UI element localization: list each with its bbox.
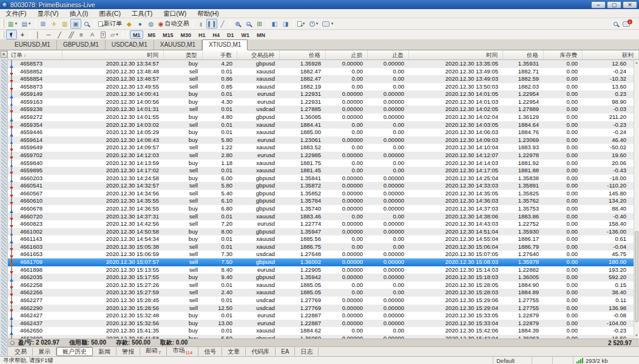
market-watch-button[interactable]: ⊞ — [38, 19, 49, 29]
timeframe-button[interactable]: H1 — [195, 30, 209, 39]
chart-tab[interactable]: XTIUSD,M1 — [202, 39, 248, 50]
table-row[interactable]: 4662277 2020.12.30 15:28:45 sell 0.01 us… — [8, 297, 634, 305]
terminal-tab[interactable]: 账户历史 — [56, 347, 93, 356]
chart-tab[interactable]: USDCAD,M1 — [106, 40, 154, 50]
templates-button[interactable]: ▼ — [320, 19, 336, 29]
table-row[interactable]: 4661898 2020.12.30 15:13:55 sell 8.40 eu… — [8, 266, 634, 274]
vertical-scrollbar[interactable]: ▲ ▼ — [634, 60, 639, 339]
table-row[interactable]: 4660678 2020.12.30 14:36:55 buy 6.80 gbp… — [8, 205, 634, 213]
new-chart-button[interactable]: ▥▼ — [6, 19, 19, 29]
terminal-tab[interactable]: 警报 — [117, 348, 140, 356]
table-row[interactable]: 4662690 2020.12.30 15:41:58 buy 5.50 gbp… — [8, 335, 634, 339]
column-order[interactable]: 订单/ — [8, 50, 63, 59]
panel-drag-handle[interactable] — [1, 59, 7, 356]
menu-item[interactable]: 窗口(W) — [158, 9, 192, 18]
crosshair-tool[interactable]: + — [17, 30, 28, 39]
table-row[interactable]: 4659163 2020.12.30 14:00:56 buy 4.30 eur… — [8, 98, 634, 106]
timeframe-button[interactable]: M30 — [177, 30, 194, 39]
terminal-tab[interactable]: 日志 — [295, 348, 319, 356]
table-row[interactable]: 4659895 2020.12.30 14:17:02 sell 0.01 xa… — [8, 167, 634, 175]
column-sl[interactable]: 止损 — [326, 50, 368, 59]
table-row[interactable]: 4660610 2020.12.30 14:35:55 sell 6.10 gb… — [8, 197, 634, 205]
metaeditor-button[interactable]: ◆ — [124, 19, 135, 29]
scroll-up-icon[interactable]: ▲ — [634, 60, 639, 66]
column-swap[interactable]: 库存费 — [544, 50, 583, 59]
table-row[interactable]: 4662290 2020.12.30 15:28:56 sell 12.50 u… — [8, 305, 634, 312]
table-row[interactable]: 4661143 2020.12.30 14:54:34 buy 0.01 xau… — [8, 235, 634, 243]
table-row[interactable]: 4659649 2020.12.30 14:09:57 sell 1.22 xa… — [8, 144, 634, 152]
connection-status[interactable]: 293/2 kb — [573, 357, 639, 364]
table-row[interactable]: 4659840 2020.12.30 14:13:59 buy 1.18 xau… — [8, 160, 634, 167]
column-symbol[interactable]: 交易品种 — [237, 50, 280, 59]
web-terminal-button[interactable]: ◍ — [146, 19, 157, 29]
terminal-tab[interactable]: 交易 — [9, 348, 33, 356]
terminal-tab[interactable]: 邮箱7 — [140, 346, 167, 357]
cursor-tool[interactable] — [6, 30, 17, 39]
table-row[interactable]: 4658852 2020.12.30 13:48:48 sell 0.01 xa… — [8, 68, 634, 76]
vertical-line-tool[interactable]: │ — [32, 30, 43, 39]
close-button[interactable]: ✕ — [623, 1, 637, 8]
toolbar-grip[interactable] — [2, 31, 4, 39]
search-button[interactable] — [610, 19, 621, 29]
chart-tab[interactable]: EURUSD,M1 — [8, 40, 57, 50]
table-row[interactable]: 4661002 2020.12.30 14:50:58 buy 8.00 gbp… — [8, 228, 634, 236]
table-row[interactable]: 4659272 2020.12.30 14:01:55 buy 4.80 gbp… — [8, 113, 634, 121]
timeframe-button[interactable]: W1 — [238, 30, 252, 39]
channel-tool[interactable]: ╱╱ — [65, 30, 76, 39]
table-row[interactable]: 4659446 2020.12.30 14:05:29 buy 0.01 xau… — [8, 129, 634, 136]
menu-item[interactable]: 文件(F) — [0, 9, 32, 18]
bar-chart-button[interactable]: ||| — [195, 19, 206, 29]
notifications-button[interactable]: 1 — [621, 19, 632, 29]
menu-item[interactable]: 工具(T) — [126, 9, 158, 18]
column-close-time[interactable]: 时间 — [409, 50, 503, 59]
terminal-button[interactable]: ▣ — [70, 19, 81, 29]
terminal-tab[interactable]: 代码库 — [246, 348, 276, 356]
terminal-tab[interactable]: 新闻 — [93, 348, 117, 356]
toolbar-grip[interactable] — [2, 19, 4, 28]
zoom-in-button[interactable]: + — [232, 19, 243, 29]
arrows-tool[interactable]: ▱▼ — [109, 30, 121, 39]
terminal-tab[interactable]: 展示 — [33, 348, 56, 356]
timeframe-button[interactable]: M15 — [160, 30, 177, 39]
indicators-button[interactable]: +▼ — [296, 19, 308, 29]
chart-tab[interactable]: XAUUSD,M1 — [154, 40, 202, 50]
table-row[interactable]: 4659238 2020.12.30 14:01:31 sell 0.01 us… — [8, 106, 634, 113]
maximize-button[interactable]: ▢ — [607, 1, 621, 8]
profiles-button[interactable]: ▤▼ — [19, 19, 33, 29]
table-row[interactable]: 4662650 2020.12.30 15:41:35 buy 0.01 xau… — [8, 327, 634, 335]
navigator-button[interactable]: ✛ — [49, 19, 59, 29]
scrollbar-thumb[interactable] — [635, 231, 638, 322]
scroll-down-icon[interactable]: ▼ — [634, 333, 639, 339]
menu-item[interactable]: 插入(I) — [64, 9, 93, 18]
terminal-tab[interactable]: 文章 — [222, 348, 246, 356]
table-row[interactable]: 4658573 2020.12.30 13:34:57 buy 4.20 gbp… — [8, 60, 634, 68]
candlestick-button[interactable]: ▌▐ — [206, 19, 217, 29]
line-chart-button[interactable]: ╱ — [217, 19, 228, 29]
table-row[interactable]: 4659149 2020.12.30 14:00:41 buy 0.01 eur… — [8, 90, 634, 98]
data-window-button[interactable]: ▥ — [59, 19, 70, 29]
timeframe-button[interactable]: MN — [254, 30, 268, 39]
table-row[interactable]: 4659614 2020.12.30 14:08:43 buy 5.80 eur… — [8, 136, 634, 144]
table-row[interactable]: 4662437 2020.12.30 15:32:56 buy 13.00 eu… — [8, 320, 634, 328]
table-row[interactable]: 4659702 2020.12.30 14:12:03 sell 2.80 eu… — [8, 152, 634, 160]
timeframe-button[interactable]: M1 — [130, 30, 144, 39]
table-row[interactable]: 4661653 2020.12.30 15:06:59 sell 7.30 us… — [8, 251, 634, 258]
zoom-out-button[interactable]: – — [243, 19, 254, 29]
periods-button[interactable]: ▼ — [308, 19, 321, 29]
new-order-button[interactable]: + 新订单 — [96, 19, 124, 29]
column-open-time[interactable]: 时间 — [63, 50, 164, 59]
text-tool[interactable]: A — [87, 30, 98, 39]
timeframe-button[interactable]: H4 — [209, 30, 223, 39]
column-type[interactable]: 类型 — [164, 50, 203, 59]
autotrading-button[interactable]: ◉ 自动交易 — [157, 19, 191, 29]
profile-selector[interactable]: Default — [493, 357, 532, 364]
chart-shift-button[interactable]: ◨ — [280, 19, 291, 29]
table-row[interactable]: 4660823 2020.12.30 14:42:56 sell 7.20 eu… — [8, 220, 634, 228]
timeframe-button[interactable]: D1 — [224, 30, 237, 39]
table-row[interactable]: 4660567 2020.12.30 14:34:56 sell 5.40 gb… — [8, 190, 634, 198]
table-row[interactable]: 4662035 2020.12.30 15:17:55 buy 9.40 gbp… — [8, 274, 634, 281]
table-row[interactable]: 4662427 2020.12.30 15:32:48 buy 0.01 eur… — [8, 312, 634, 320]
timeframe-button[interactable]: M5 — [144, 30, 158, 39]
chart-tab[interactable]: GBPUSD,M1 — [57, 40, 106, 50]
column-price[interactable]: 价格 — [280, 50, 326, 59]
